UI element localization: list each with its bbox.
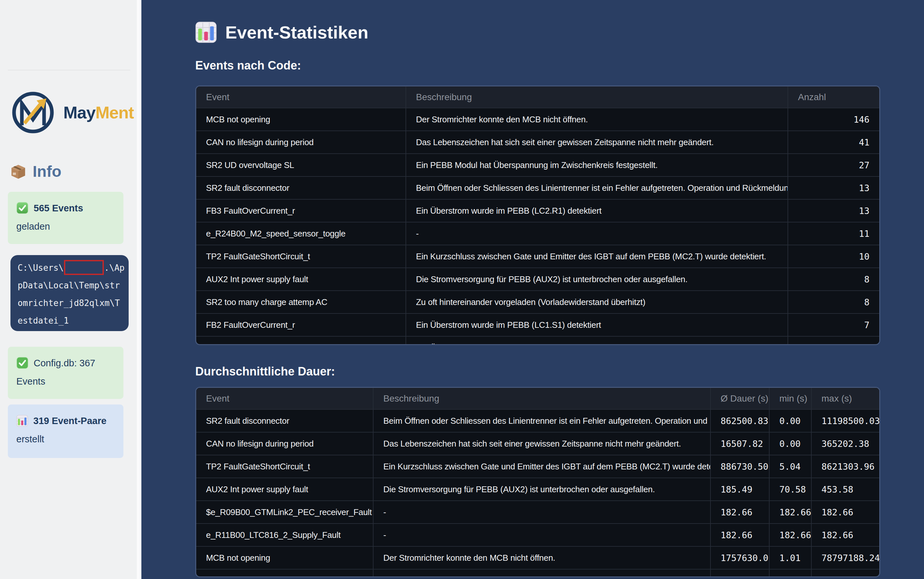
table-cell: 27 (788, 154, 880, 177)
table-cell: 11198500.03 (811, 409, 880, 432)
table-cell (769, 569, 811, 577)
table-header-row: EventBeschreibungØ Dauer (s)min (s)max (… (196, 388, 880, 409)
sidebar-divider (8, 70, 130, 70)
table-cell: 78797188.24 (811, 546, 880, 569)
table-cell: Der Stromrichter konnte den MCB nicht öf… (373, 546, 711, 569)
table-cell: 7 (788, 314, 880, 336)
table-cell: 10 (788, 245, 880, 268)
table-cell: Die Stromversorgung für PEBB (AUX2) ist … (406, 268, 788, 291)
table-row: SR2 fault disconnectorBeim Öffnen oder S… (196, 409, 880, 432)
bar-chart-icon (16, 415, 28, 431)
page-title-row: Event-Statistiken (195, 21, 924, 43)
table-cell: Beim Öffnen oder Schliessen des Linientr… (406, 177, 788, 199)
table-cell: Ein Kurzschluss zwischen Gate und Emitte… (406, 245, 788, 268)
column-header: Event (196, 87, 406, 108)
code-line: pData\Local\Temp\str (18, 276, 129, 294)
file-path-codeblock: C:\Users\.\Ap pData\Local\Temp\str omric… (10, 255, 129, 331)
table-cell: 862500.83 (711, 409, 769, 432)
table-row: AUX2 Int power supply faultDie Stromvers… (196, 478, 880, 501)
column-header: Anzahl (788, 87, 880, 108)
table-cell: Ein Überstrom wurde im PEBB (LC1.S1) det… (406, 314, 788, 336)
table-cell: Ein PEBB Modul hat Überspannung im Zwisc… (406, 154, 788, 177)
status-box-bold-text: 565 Events (34, 203, 83, 213)
table-cell: 13 (788, 177, 880, 199)
events-by-code-table-card: EventBeschreibungAnzahlMCB not openingDe… (195, 85, 880, 345)
bar-chart-icon (195, 21, 217, 43)
table-cell: 182.66 (769, 501, 811, 523)
status-box-configdb: Config.db: 367 Events (8, 347, 123, 399)
brand-name: MayMent (63, 103, 133, 122)
main-content: Event-Statistiken Events nach Code: Even… (141, 0, 924, 577)
table-cell: 11 (788, 222, 880, 245)
table-cell: 1.01 (769, 546, 811, 569)
table-cell: - (373, 501, 711, 523)
table-cell: SR2 too many charge attemp AC (196, 291, 406, 314)
events-by-code-table: EventBeschreibungAnzahlMCB not openingDe… (196, 87, 880, 345)
code-line: C:\Users\.\Ap (18, 259, 129, 276)
table-cell: TP2 FaultGateShortCircuit_t (196, 455, 373, 478)
column-header: Event (196, 388, 373, 409)
table-cell: e_R11B00_LTC816_2_Supply_Fault (196, 523, 373, 546)
table-cell: 182.66 (811, 501, 880, 523)
table-row: FB3 FaultOverCurrent_rEin Überstrom wurd… (196, 199, 880, 222)
table-row: MCB not openingDer Stromrichter konnte d… (196, 546, 880, 569)
table-cell: 182.66 (811, 523, 880, 546)
status-box-text: erstellt (16, 434, 44, 444)
table-cell: SR2 UD overvoltage SL (196, 154, 406, 177)
table-cell: FB1 FaultOverCurrent_r (196, 336, 406, 345)
mayment-logo: MayMent (9, 89, 133, 136)
table-row: CAN no lifesign during periodDas Lebensz… (196, 432, 880, 455)
table-row: $e_R09B00_GTMLink2_PEC_receiver_Fault-18… (196, 501, 880, 523)
table-cell: 13 (788, 199, 880, 222)
table-row: e_R11B00_LTC816_2_Supply_Fault-182.66182… (196, 523, 880, 546)
table-row: SR2 too many charge attemp ACZu oft hint… (196, 291, 880, 314)
code-line: omrichter_jd82qlxm\T (18, 294, 129, 312)
column-header: min (s) (769, 388, 811, 409)
table-cell (788, 336, 880, 345)
table-cell: SR2 fault disconnector (196, 177, 406, 199)
table-cell: Das Lebenszeichen hat sich seit einer ge… (406, 131, 788, 154)
sidebar-section-header: Info (10, 162, 61, 180)
table-cell: Der Stromrichter konnte den MCB nicht öf… (406, 108, 788, 131)
table-row: AUX2 Int power supply faultDie Stromvers… (196, 268, 880, 291)
table-cell: MCB not opening (196, 108, 406, 131)
table-header-row: EventBeschreibungAnzahl (196, 87, 880, 108)
table-cell: FB2 FaultOverCurrent_r (196, 314, 406, 336)
table-row: SR2 UD overvoltage SLEin PEBB Modul hat … (196, 154, 880, 177)
table-cell: 182.66 (711, 501, 769, 523)
code-line: estdatei_1 (18, 312, 129, 329)
table-cell: 185.49 (711, 478, 769, 501)
table-cell: Das Lebenszeichen hat sich seit einer ge… (373, 432, 711, 455)
table-cell (373, 569, 711, 577)
table-cell: 8 (788, 268, 880, 291)
table-cell: 8621303.96 (811, 455, 880, 478)
section-heading-events-by-code: Events nach Code: (195, 59, 924, 72)
table-cell: CAN no lifesign during period (196, 432, 373, 455)
average-duration-table: EventBeschreibungØ Dauer (s)min (s)max (… (196, 388, 880, 577)
package-icon (10, 164, 26, 180)
table-cell: Ein Überstrom wurde im PEBB (LC2.R1) det… (406, 199, 788, 222)
table-row: SR2 fault disconnectorBeim Öffnen oder S… (196, 177, 880, 199)
column-header: Beschreibung (373, 388, 711, 409)
table-cell: e_R24B00_M2_speed_sensor_toggle (196, 222, 406, 245)
table-cell (711, 569, 769, 577)
status-box-text: geladen (16, 221, 50, 232)
table-row: TP2 FaultGateShortCircuit_tEin Kurzschlu… (196, 455, 880, 478)
table-cell: 182.66 (769, 523, 811, 546)
mayment-logo-icon (9, 89, 57, 136)
redaction-box (64, 260, 104, 275)
table-row: FB2 FaultOverCurrent_rEin Überstrom wurd… (196, 314, 880, 336)
table-cell: 146 (788, 108, 880, 131)
table-cell: MCB not opening (196, 546, 373, 569)
table-cell: 16507.82 (711, 432, 769, 455)
column-header: Ø Dauer (s) (711, 388, 769, 409)
table-cell: 453.58 (811, 478, 880, 501)
column-header: max (s) (811, 388, 880, 409)
table-cell: 8 (788, 291, 880, 314)
table-cell: 182.66 (711, 523, 769, 546)
table-cell: 5.04 (769, 455, 811, 478)
average-duration-table-card: EventBeschreibungØ Dauer (s)min (s)max (… (195, 387, 880, 577)
brand-name-secondary: Ment (95, 103, 133, 122)
status-box-events-loaded: 565 Events geladen (8, 192, 123, 244)
table-cell: Zu oft hintereinander vorgeladen (Vorlad… (406, 291, 788, 314)
